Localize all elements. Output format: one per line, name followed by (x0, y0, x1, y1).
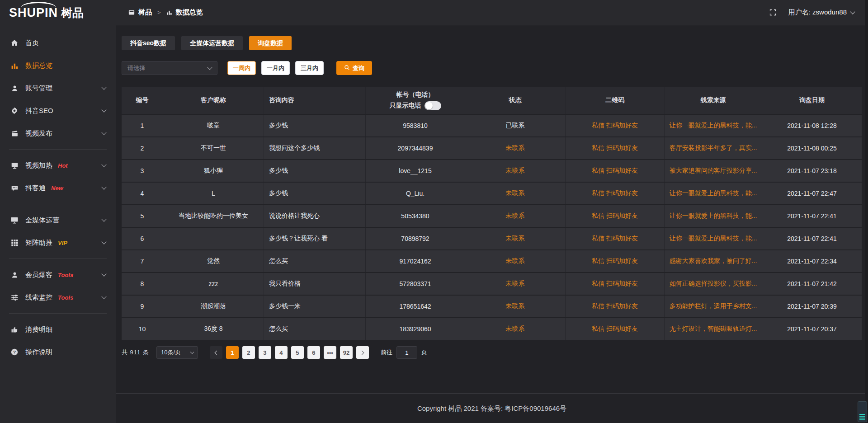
cell-status: 未联系 (465, 183, 566, 204)
sidebar-item-lead-monitoring[interactable]: 线索监控 Tools (0, 286, 116, 309)
cell-content: 多少钱 (264, 183, 366, 204)
scrollbar-track[interactable] (865, 0, 868, 423)
help-icon: ? (10, 348, 19, 357)
page-button-4[interactable]: 4 (275, 346, 288, 359)
cell-nickname: zzz (163, 273, 264, 295)
cell-qrcode-link[interactable]: 私信 扫码加好友 (566, 160, 665, 182)
cell-qrcode-link[interactable]: 私信 扫码加好友 (566, 273, 665, 295)
range-three-months-button[interactable]: 三月内 (295, 61, 324, 75)
page-button-3[interactable]: 3 (259, 346, 271, 359)
column-header-content: 咨询内容 (264, 87, 366, 114)
sidebar-item-video-publish[interactable]: 视频发布 (0, 122, 116, 145)
sidebar-item-data-overview[interactable]: 数据总览 (0, 54, 116, 77)
fullscreen-icon[interactable] (769, 9, 777, 16)
cell-qrcode-link[interactable]: 私信 扫码加好友 (566, 296, 665, 317)
cell-id: 9 (122, 296, 163, 317)
sidebar-item-instructions[interactable]: ? 操作说明 (0, 341, 116, 363)
sidebar-item-doukoutong[interactable]: 抖客通 New (0, 177, 116, 199)
page-button-1[interactable]: 1 (226, 346, 239, 359)
cell-account: 9583810 (366, 115, 465, 136)
account-select[interactable]: 请选择 (122, 61, 217, 75)
sidebar-item-douyin-seo[interactable]: 抖音SEO (0, 99, 116, 122)
prev-page-button[interactable] (210, 346, 222, 359)
sidebar-item-home[interactable]: 首页 (0, 32, 116, 54)
total-count: 共 911 条 (122, 348, 149, 357)
cell-date: 2021-11-07 23:18 (762, 160, 862, 182)
cell-qrcode-link[interactable]: 私信 扫码加好友 (566, 228, 665, 249)
topbar: 树品 > 数据总览 用户名: zswodun88 (116, 0, 868, 25)
cell-account: 70898792 (366, 228, 465, 249)
phone-only-toggle[interactable] (425, 101, 441, 110)
cell-qrcode-link[interactable]: 私信 扫码加好友 (566, 137, 665, 159)
user-icon (10, 84, 19, 93)
cell-date: 2021-11-07 21:42 (762, 273, 862, 295)
date-range-group: 一周内 一月内 三月内 (227, 61, 324, 75)
page-jump-input[interactable] (396, 346, 417, 359)
sidebar-item-omnimedia-ops[interactable]: 全媒体运营 (0, 209, 116, 231)
search-button[interactable]: 查询 (336, 61, 372, 75)
cell-date: 2021-11-07 20:39 (762, 296, 862, 317)
cell-id: 8 (122, 273, 163, 295)
cell-source-link[interactable]: 如何正确选择投影仪，买投影... (665, 273, 762, 295)
cell-source-link[interactable]: 多功能护栏灯，适用于乡村文... (665, 296, 762, 317)
range-one-month-button[interactable]: 一月内 (261, 61, 290, 75)
jump-label: 前往 (381, 348, 392, 357)
page-button-5[interactable]: 5 (291, 346, 304, 359)
user-menu[interactable]: 用户名: zswodun88 (788, 8, 854, 17)
cell-id: 6 (122, 228, 163, 249)
sidebar-item-spending-details[interactable]: 消费明细 (0, 318, 116, 341)
sidebar-nav: 首页 数据总览 账号管理 抖音SEO (0, 25, 116, 423)
window-icon (128, 9, 135, 16)
cell-status: 未联系 (465, 250, 566, 272)
cell-source-link[interactable]: 让你一眼就爱上的黑科技，能... (665, 205, 762, 227)
cell-date: 2021-11-07 22:47 (762, 183, 862, 204)
cell-qrcode-link[interactable]: 私信 扫码加好友 (566, 115, 665, 136)
cell-qrcode-link[interactable]: 私信 扫码加好友 (566, 318, 665, 340)
cell-status: 未联系 (465, 137, 566, 159)
sidebar-item-label: 视频发布 (25, 129, 52, 138)
username-label: 用户名: zswodun88 (788, 8, 847, 17)
cell-source-link[interactable]: 无主灯设计，智能磁吸轨道灯... (665, 318, 762, 340)
page-button-92[interactable]: 92 (340, 346, 353, 359)
sidebar-item-video-heating[interactable]: 视频加热 Hot (0, 154, 116, 177)
cell-nickname: 狐小狸 (163, 160, 264, 182)
sidebar-item-matrix-boost[interactable]: 矩阵助推 VIP (0, 231, 116, 254)
cell-source-link[interactable]: 感谢大家喜欢我家，被问了好... (665, 250, 762, 272)
cell-source-link[interactable]: 被大家追着问的客厅投影分享... (665, 160, 762, 182)
cell-source-link[interactable]: 客厅安装投影半年多了，真实... (665, 137, 762, 159)
cell-id: 5 (122, 205, 163, 227)
logo-text-en: SHUPIN (9, 6, 58, 20)
sidebar-item-member-baoke[interactable]: 会员爆客 Tools (0, 263, 116, 286)
table-row: 2 不可一世 我想问这个多少钱 2097344839 未联系 私信 扫码加好友 … (122, 137, 862, 160)
clapperboard-icon (10, 129, 19, 138)
next-page-button[interactable] (356, 346, 369, 359)
chevron-down-icon (101, 184, 106, 189)
pagination: 共 911 条 10条/页 1 2 3 4 5 6 ••• 92 前往 页 (122, 346, 862, 359)
cell-source-link[interactable]: 让你一眼就爱上的黑科技，能... (665, 115, 762, 136)
sidebar: SHUPIN 树品 首页 数据总览 账号管理 (0, 0, 116, 423)
page-button-2[interactable]: 2 (242, 346, 255, 359)
page-size-select[interactable]: 10条/页 (156, 346, 198, 359)
range-one-week-button[interactable]: 一周内 (227, 61, 256, 75)
tab-inquiry-data[interactable]: 询盘数据 (249, 36, 292, 50)
jump-suffix: 页 (421, 348, 427, 357)
bar-chart-icon (166, 9, 172, 15)
cell-qrcode-link[interactable]: 私信 扫码加好友 (566, 250, 665, 272)
cell-qrcode-link[interactable]: 私信 扫码加好友 (566, 183, 665, 204)
chevron-down-icon (207, 65, 212, 70)
sidebar-item-account-management[interactable]: 账号管理 (0, 77, 116, 99)
page-jump: 前往 页 (381, 346, 427, 359)
cell-date: 2021-11-08 00:25 (762, 137, 862, 159)
breadcrumb-home[interactable]: 树品 (138, 8, 152, 17)
cell-qrcode-link[interactable]: 私信 扫码加好友 (566, 205, 665, 227)
sidebar-divider (9, 313, 107, 314)
page-ellipsis-button[interactable]: ••• (324, 346, 336, 359)
cell-content: 说说价格让我死心 (264, 205, 366, 227)
cell-content: 多少钱？让我死心 看 (264, 228, 366, 249)
cell-source-link[interactable]: 让你一眼就爱上的黑科技，能... (665, 183, 762, 204)
cell-account: 917024162 (366, 250, 465, 272)
cell-source-link[interactable]: 让你一眼就爱上的黑科技，能... (665, 228, 762, 249)
tab-omnimedia-data[interactable]: 全媒体运营数据 (181, 36, 243, 50)
page-button-6[interactable]: 6 (307, 346, 320, 359)
tab-douyin-seo-data[interactable]: 抖音seo数据 (122, 36, 175, 50)
